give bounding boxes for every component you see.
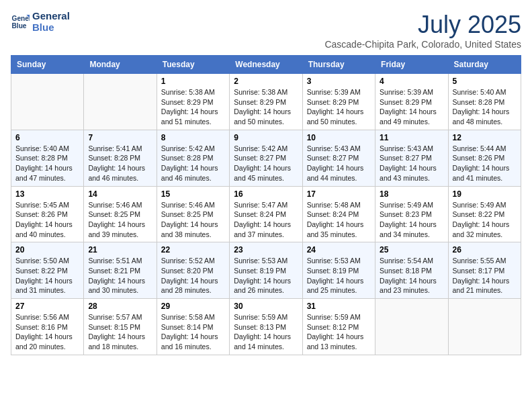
calendar-cell: 12Sunrise: 5:44 AMSunset: 8:26 PMDayligh…	[448, 130, 521, 186]
day-info: Sunrise: 5:50 AMSunset: 8:22 PMDaylight:…	[15, 256, 79, 295]
calendar-cell: 25Sunrise: 5:54 AMSunset: 8:18 PMDayligh…	[375, 242, 448, 299]
week-row-2: 6Sunrise: 5:40 AMSunset: 8:28 PMDaylight…	[11, 130, 521, 186]
day-number: 23	[234, 245, 298, 255]
day-info: Sunrise: 5:42 AMSunset: 8:28 PMDaylight:…	[161, 144, 225, 183]
calendar-cell: 11Sunrise: 5:43 AMSunset: 8:27 PMDayligh…	[375, 130, 448, 186]
day-number: 22	[161, 245, 225, 255]
day-number: 8	[161, 133, 225, 142]
day-info: Sunrise: 5:53 AMSunset: 8:19 PMDaylight:…	[307, 256, 371, 295]
day-info: Sunrise: 5:43 AMSunset: 8:27 PMDaylight:…	[380, 144, 443, 183]
calendar-cell: 7Sunrise: 5:41 AMSunset: 8:28 PMDaylight…	[84, 130, 157, 186]
day-number: 1	[161, 77, 225, 86]
day-number: 4	[380, 77, 443, 86]
day-number: 11	[380, 133, 443, 142]
header-tuesday: Tuesday	[157, 56, 229, 74]
header-sunday: Sunday	[11, 56, 84, 74]
svg-text:General: General	[12, 15, 30, 22]
calendar-cell: 19Sunrise: 5:49 AMSunset: 8:22 PMDayligh…	[448, 186, 521, 242]
day-number: 29	[161, 302, 225, 311]
day-number: 15	[161, 189, 225, 199]
calendar-cell: 28Sunrise: 5:57 AMSunset: 8:15 PMDayligh…	[84, 299, 157, 355]
calendar-cell: 22Sunrise: 5:52 AMSunset: 8:20 PMDayligh…	[157, 242, 229, 299]
day-info: Sunrise: 5:39 AMSunset: 8:29 PMDaylight:…	[380, 87, 443, 127]
calendar-cell	[11, 74, 84, 130]
day-info: Sunrise: 5:41 AMSunset: 8:28 PMDaylight:…	[88, 144, 152, 183]
logo-line2: Blue	[32, 22, 70, 34]
day-info: Sunrise: 5:48 AMSunset: 8:24 PMDaylight:…	[307, 200, 371, 240]
day-info: Sunrise: 5:40 AMSunset: 8:28 PMDaylight:…	[15, 144, 79, 183]
calendar-cell: 23Sunrise: 5:53 AMSunset: 8:19 PMDayligh…	[230, 242, 302, 299]
day-number: 26	[453, 245, 517, 255]
day-info: Sunrise: 5:56 AMSunset: 8:16 PMDaylight:…	[15, 312, 79, 352]
day-number: 12	[453, 133, 517, 142]
header: General Blue General Blue July 2025 Casc…	[11, 11, 521, 50]
week-row-1: 1Sunrise: 5:38 AMSunset: 8:29 PMDaylight…	[11, 74, 521, 130]
calendar-cell: 4Sunrise: 5:39 AMSunset: 8:29 PMDaylight…	[375, 74, 448, 130]
calendar-cell: 26Sunrise: 5:55 AMSunset: 8:17 PMDayligh…	[448, 242, 521, 299]
day-number: 16	[234, 189, 298, 199]
day-info: Sunrise: 5:58 AMSunset: 8:14 PMDaylight:…	[161, 312, 225, 352]
calendar-cell: 18Sunrise: 5:49 AMSunset: 8:23 PMDayligh…	[375, 186, 448, 242]
calendar-cell: 27Sunrise: 5:56 AMSunset: 8:16 PMDayligh…	[11, 299, 84, 355]
calendar-cell	[84, 74, 157, 130]
day-number: 10	[307, 133, 371, 142]
week-row-3: 13Sunrise: 5:45 AMSunset: 8:26 PMDayligh…	[11, 186, 521, 242]
logo-line1: General	[32, 11, 70, 22]
calendar-cell: 2Sunrise: 5:38 AMSunset: 8:29 PMDaylight…	[230, 74, 302, 130]
logo: General Blue General Blue	[11, 11, 70, 33]
calendar-cell: 15Sunrise: 5:46 AMSunset: 8:25 PMDayligh…	[157, 186, 229, 242]
day-number: 6	[15, 133, 79, 142]
day-info: Sunrise: 5:47 AMSunset: 8:24 PMDaylight:…	[234, 200, 298, 240]
day-number: 17	[307, 189, 371, 199]
title-area: July 2025 Cascade-Chipita Park, Colorado…	[324, 11, 521, 50]
day-info: Sunrise: 5:49 AMSunset: 8:22 PMDaylight:…	[453, 200, 517, 240]
calendar-cell: 31Sunrise: 5:59 AMSunset: 8:12 PMDayligh…	[302, 299, 375, 355]
day-info: Sunrise: 5:43 AMSunset: 8:27 PMDaylight:…	[307, 144, 371, 183]
day-number: 24	[307, 245, 371, 255]
day-info: Sunrise: 5:55 AMSunset: 8:17 PMDaylight:…	[453, 256, 517, 295]
header-saturday: Saturday	[448, 56, 521, 74]
day-number: 9	[234, 133, 298, 142]
calendar-cell: 21Sunrise: 5:51 AMSunset: 8:21 PMDayligh…	[84, 242, 157, 299]
day-info: Sunrise: 5:54 AMSunset: 8:18 PMDaylight:…	[380, 256, 443, 295]
day-number: 30	[234, 302, 298, 311]
calendar-cell: 14Sunrise: 5:46 AMSunset: 8:25 PMDayligh…	[84, 186, 157, 242]
header-thursday: Thursday	[302, 56, 375, 74]
day-number: 20	[15, 245, 79, 255]
day-number: 7	[88, 133, 152, 142]
day-info: Sunrise: 5:39 AMSunset: 8:29 PMDaylight:…	[307, 87, 371, 127]
day-info: Sunrise: 5:46 AMSunset: 8:25 PMDaylight:…	[161, 200, 225, 240]
day-info: Sunrise: 5:53 AMSunset: 8:19 PMDaylight:…	[234, 256, 298, 295]
header-monday: Monday	[84, 56, 157, 74]
day-number: 3	[307, 77, 371, 86]
day-info: Sunrise: 5:42 AMSunset: 8:27 PMDaylight:…	[234, 144, 298, 183]
day-info: Sunrise: 5:46 AMSunset: 8:25 PMDaylight:…	[88, 200, 152, 240]
calendar-cell: 20Sunrise: 5:50 AMSunset: 8:22 PMDayligh…	[11, 242, 84, 299]
week-row-5: 27Sunrise: 5:56 AMSunset: 8:16 PMDayligh…	[11, 299, 521, 355]
day-number: 2	[234, 77, 298, 86]
day-number: 31	[307, 302, 371, 311]
calendar-cell	[448, 299, 521, 355]
day-number: 19	[453, 189, 517, 199]
calendar-cell: 9Sunrise: 5:42 AMSunset: 8:27 PMDaylight…	[230, 130, 302, 186]
header-friday: Friday	[375, 56, 448, 74]
day-info: Sunrise: 5:49 AMSunset: 8:23 PMDaylight:…	[380, 200, 443, 240]
svg-text:Blue: Blue	[12, 22, 27, 30]
month-title: July 2025	[324, 11, 521, 39]
day-number: 27	[15, 302, 79, 311]
calendar-cell	[375, 299, 448, 355]
calendar-cell: 29Sunrise: 5:58 AMSunset: 8:14 PMDayligh…	[157, 299, 229, 355]
day-number: 25	[380, 245, 443, 255]
day-info: Sunrise: 5:44 AMSunset: 8:26 PMDaylight:…	[453, 144, 517, 183]
day-info: Sunrise: 5:57 AMSunset: 8:15 PMDaylight:…	[88, 312, 152, 352]
week-row-4: 20Sunrise: 5:50 AMSunset: 8:22 PMDayligh…	[11, 242, 521, 299]
calendar-cell: 24Sunrise: 5:53 AMSunset: 8:19 PMDayligh…	[302, 242, 375, 299]
day-info: Sunrise: 5:52 AMSunset: 8:20 PMDaylight:…	[161, 256, 225, 295]
day-header-row: SundayMondayTuesdayWednesdayThursdayFrid…	[11, 56, 521, 74]
day-number: 14	[88, 189, 152, 199]
calendar-cell: 13Sunrise: 5:45 AMSunset: 8:26 PMDayligh…	[11, 186, 84, 242]
day-info: Sunrise: 5:38 AMSunset: 8:29 PMDaylight:…	[234, 87, 298, 127]
header-wednesday: Wednesday	[230, 56, 302, 74]
calendar-cell: 5Sunrise: 5:40 AMSunset: 8:28 PMDaylight…	[448, 74, 521, 130]
day-info: Sunrise: 5:45 AMSunset: 8:26 PMDaylight:…	[15, 200, 79, 240]
